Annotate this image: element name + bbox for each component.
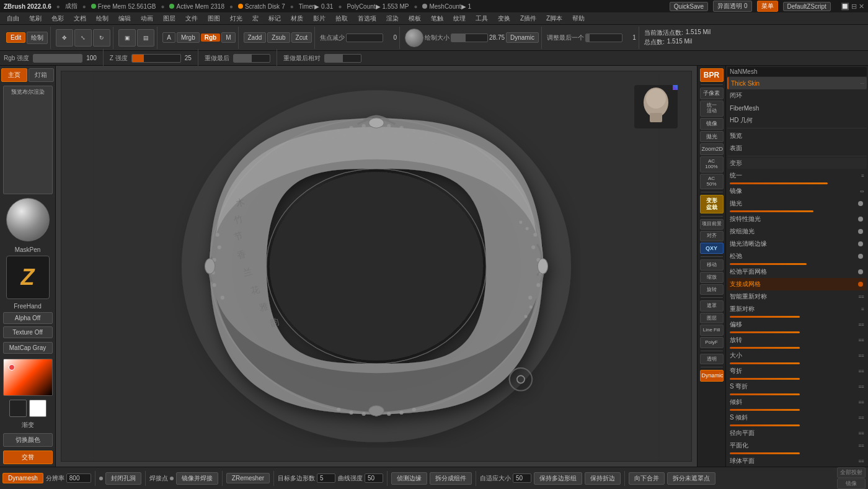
layer-btn2[interactable]: 图层 <box>700 313 724 324</box>
redo-rel-slider[interactable] <box>324 54 361 63</box>
menu-ziyou[interactable]: 自由 <box>2 13 24 24</box>
draw-size-circle[interactable] <box>405 29 423 47</box>
exchange-button[interactable]: 交替 <box>3 451 53 464</box>
radial-plane-item[interactable]: 径向平面 ≡≡ <box>727 427 867 439</box>
menu-pick[interactable]: 拾取 <box>331 13 352 24</box>
menu-doc[interactable]: 文档 <box>69 13 91 24</box>
maskpen-preview[interactable] <box>6 198 50 241</box>
rotate-item[interactable]: 放转 ≡≡ <box>727 334 867 346</box>
menu-file[interactable]: 文件 <box>181 13 202 24</box>
smart-sym-item[interactable]: 智能重新对称 ≡≡ <box>727 290 867 303</box>
texture-off-button[interactable]: Texture Off <box>3 326 53 338</box>
menu-zscript[interactable]: Z脚本 <box>542 13 567 24</box>
menu-draw[interactable]: 绘制 <box>92 13 113 24</box>
transparent-btn[interactable]: 透明 <box>700 354 724 365</box>
script-button[interactable]: DefaultZScript <box>783 2 831 11</box>
z-strength-slider[interactable] <box>131 54 181 63</box>
mirror-btn[interactable]: 镜像 <box>700 118 724 130</box>
mirror-item[interactable]: 镜像 ⇔ <box>727 185 867 197</box>
keep-poly-group-button[interactable]: 保持多边形组 <box>534 472 582 485</box>
edit-button[interactable]: Edit <box>6 32 25 43</box>
tab-preview-render[interactable]: 预览布尔渲染 <box>3 86 53 194</box>
menu-material[interactable]: 材质 <box>286 13 308 24</box>
move-btn2[interactable]: 移动 <box>700 259 724 271</box>
polish-feature-item[interactable]: 按特性拋光 <box>727 213 867 225</box>
flatten-item[interactable]: 平面化 ≡≡ <box>727 439 867 452</box>
keep-edge-button[interactable]: 保持折边 <box>585 472 621 485</box>
unify-item[interactable]: 统一 ≡ <box>727 169 867 182</box>
rgb-strength-slider[interactable] <box>33 54 82 63</box>
transparent-button[interactable]: 异面透明 0 <box>713 1 751 12</box>
tab-home[interactable]: 主页 <box>1 68 27 82</box>
menu-image[interactable]: 图图 <box>203 13 224 24</box>
snap-btn[interactable]: 对齐 <box>700 231 724 241</box>
all-project-button[interactable]: 全部投射 <box>837 467 866 478</box>
focal-slider[interactable] <box>346 34 383 42</box>
curve-strength-input[interactable] <box>365 473 383 483</box>
bihuan-item[interactable]: 闭环 <box>727 89 867 102</box>
mask-btn[interactable]: 遮罩 <box>700 300 724 312</box>
menu-texture[interactable]: 纹理 <box>449 13 470 24</box>
seal-holes-button[interactable]: 封闭孔洞 <box>105 472 141 485</box>
tilt-item[interactable]: 倾斜 ≡≡ <box>727 396 867 408</box>
shape-icon[interactable]: ▣ <box>118 29 136 47</box>
unify-active-btn[interactable]: 统一活动 <box>700 101 724 117</box>
sbend-item[interactable]: S 弯折 ≡≡ <box>727 380 867 393</box>
ac100-btn[interactable]: AC100% <box>700 156 724 173</box>
zadd-button[interactable]: Zadd <box>244 32 267 43</box>
menu-brush[interactable]: 笔刷 <box>25 13 46 24</box>
polish-btn[interactable]: 拋光 <box>700 131 724 143</box>
target-poly-input[interactable] <box>317 473 335 483</box>
bridge-mesh-item[interactable]: 支接成网格 <box>727 278 867 290</box>
menu-render[interactable]: 渲染 <box>382 13 403 24</box>
bpr-button[interactable]: BPR <box>700 68 724 82</box>
merge-down-button[interactable]: 向下合并 <box>629 472 665 485</box>
rgb-button[interactable]: Rgb <box>201 34 220 42</box>
menu-movie[interactable]: 影片 <box>309 13 330 24</box>
scale-icon[interactable]: ⤡ <box>74 29 92 47</box>
menu-light[interactable]: 灯光 <box>226 13 247 24</box>
menu-marker[interactable]: 标记 <box>264 13 285 24</box>
switch-color-button[interactable]: 切换颜色 <box>3 433 53 447</box>
tab-lightbox[interactable]: 灯箱 <box>29 68 55 82</box>
deformation-btn[interactable]: 变形盆栽 <box>700 195 724 213</box>
menu-color[interactable]: 色彩 <box>47 13 68 24</box>
polish-item[interactable]: 拋光 <box>727 197 867 210</box>
rotate-btn2[interactable]: 旋转 <box>700 284 724 295</box>
bb-mirror-button[interactable]: 镜像 <box>837 478 866 489</box>
polish-edge-item[interactable]: 拋光清晰边缘 <box>727 238 867 250</box>
sphere-plane-item[interactable]: 球体平面 ≡≡ <box>727 455 867 467</box>
fibermesh-item[interactable]: FiberMesh <box>727 102 867 114</box>
menu-macro[interactable]: 宏 <box>248 13 263 24</box>
dynamic-button[interactable]: Dynamic <box>506 32 539 43</box>
background-swatch[interactable] <box>29 400 46 417</box>
menu-stroke[interactable]: 笔触 <box>427 13 448 24</box>
m-button[interactable]: M <box>221 32 235 43</box>
foreground-swatch[interactable] <box>9 400 27 417</box>
rotate-icon[interactable]: ↻ <box>93 29 110 47</box>
menu-button[interactable]: 菜单 <box>757 1 778 12</box>
zremesher-button[interactable]: ZRemesher <box>226 473 270 483</box>
stilt-item[interactable]: S 倾斜 ≡≡ <box>727 411 867 424</box>
menu-tool[interactable]: 工具 <box>471 13 492 24</box>
menu-zplugin[interactable]: Z插件 <box>516 13 541 24</box>
detect-edge-button[interactable]: 侦测边缘 <box>391 472 427 485</box>
draw-button[interactable]: 绘制 <box>27 32 48 44</box>
menu-template[interactable]: 模板 <box>404 13 425 24</box>
size-item[interactable]: 大小 ≡≡ <box>727 349 867 362</box>
color-picker[interactable] <box>3 359 53 396</box>
split-unmasked-button[interactable]: 拆分未遮罩点 <box>667 472 715 485</box>
hd-geo-item[interactable]: HD 几何 <box>727 114 867 127</box>
mirror-sym-btn[interactable]: 项目前景 <box>700 219 724 230</box>
menu-transform[interactable]: 变换 <box>494 13 515 24</box>
zoom2d-btn[interactable]: Zoom2D <box>700 143 724 155</box>
thick-skin-item[interactable]: Thick Skin ··· <box>727 77 867 89</box>
resym-item[interactable]: 重新对称 ≡ <box>727 303 867 315</box>
mrgb-button[interactable]: Mrgb <box>177 32 200 43</box>
scale-btn2[interactable]: 缩放 <box>700 272 724 283</box>
polish-group-item[interactable]: 按组拋光 <box>727 225 867 238</box>
menu1-item[interactable]: 成指 <box>65 2 78 11</box>
alpha-off-button[interactable]: Alpha Off <box>3 312 53 324</box>
linefill-btn[interactable]: Line Fill <box>700 325 724 336</box>
redo-slider[interactable] <box>233 54 270 63</box>
